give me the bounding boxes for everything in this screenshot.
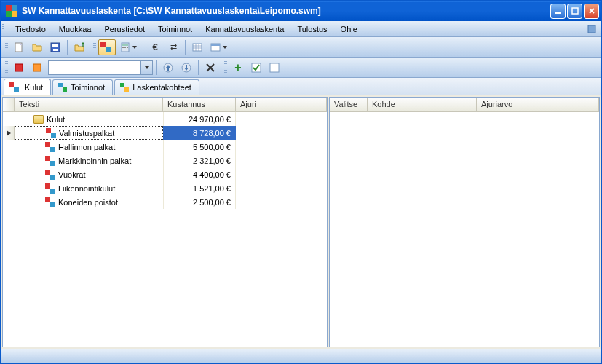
tab-toiminnot-icon <box>58 82 68 92</box>
menu-muokkaa[interactable]: Muokkaa <box>53 23 98 36</box>
tab-kulut-icon <box>9 82 19 92</box>
down-arrow-button[interactable] <box>178 60 195 76</box>
up-arrow-button[interactable] <box>159 60 177 76</box>
svg-rect-21 <box>58 83 63 87</box>
menu-kannattavuuslaskenta[interactable]: Kannattavuuslaskenta <box>199 23 290 36</box>
root-label: Kulut <box>47 115 65 124</box>
col-ajuri[interactable]: Ajuri <box>236 98 327 111</box>
child-label: Valmistuspalkat <box>59 129 114 138</box>
right-grid-body <box>330 112 599 347</box>
root-cost: 24 970,00 € <box>163 112 236 126</box>
col-valitse[interactable]: Valitse <box>330 98 368 111</box>
folder-icon <box>33 115 44 124</box>
svg-rect-22 <box>63 87 67 92</box>
tree-child-row[interactable]: Vuokrat4 400,00 € <box>3 167 327 181</box>
toolbar-main: € ⇄ <box>1 37 601 58</box>
svg-rect-24 <box>124 87 129 92</box>
left-grid-header: Teksti Kustannus Ajuri <box>3 98 327 112</box>
tab-toiminnot-label: Toiminnot <box>71 83 105 92</box>
svg-rect-2 <box>588 25 595 33</box>
svg-rect-0 <box>555 12 561 14</box>
item-icon <box>45 170 55 180</box>
tree-root-row[interactable]: − Kulut 24 970,00 € <box>3 112 327 126</box>
menu-toiminnot[interactable]: Toiminnot <box>152 23 198 36</box>
col-ajuriarvo[interactable]: Ajuriarvo <box>477 98 599 111</box>
svg-rect-10 <box>124 47 126 48</box>
maximize-button[interactable] <box>567 4 582 19</box>
tree-child-row[interactable]: Koneiden poistot2 500,00 € <box>3 195 327 209</box>
statusbar <box>1 349 601 363</box>
euro-icon: € <box>152 41 157 52</box>
euro-button[interactable]: € <box>146 39 164 55</box>
child-cost: 5 500,00 € <box>163 140 236 154</box>
svg-rect-8 <box>122 44 128 46</box>
tree-child-row[interactable]: Valmistuspalkat8 728,00 € <box>3 126 327 140</box>
svg-rect-15 <box>15 64 23 71</box>
svg-rect-1 <box>572 8 578 14</box>
combo-selector[interactable] <box>48 60 153 75</box>
svg-rect-11 <box>127 47 128 48</box>
child-cost: 8 728,00 € <box>163 126 236 140</box>
cost-icon <box>100 42 111 52</box>
svg-rect-23 <box>120 83 124 87</box>
child-cost: 2 500,00 € <box>163 195 236 209</box>
window-title: SW Kannattavuuslaskenta [C:\SW Kannattav… <box>22 6 550 16</box>
minimize-button[interactable] <box>550 4 566 19</box>
split-button[interactable]: ⇄ <box>165 39 182 55</box>
left-panel: Teksti Kustannus Ajuri − Kulut 24 970,00… <box>2 97 328 347</box>
collapse-icon[interactable]: − <box>25 116 31 122</box>
open-button[interactable] <box>28 39 46 55</box>
right-panel: Valitse Kohde Ajuriarvo <box>329 97 600 347</box>
grid-button[interactable] <box>189 39 206 55</box>
item-icon <box>45 142 55 152</box>
check-button[interactable] <box>247 60 265 76</box>
svg-rect-16 <box>33 64 41 71</box>
cost-type-button[interactable] <box>98 39 116 55</box>
tab-toiminnot[interactable]: Toiminnot <box>52 79 113 95</box>
uncheck-button[interactable] <box>266 60 283 76</box>
red-box-button[interactable] <box>10 60 28 76</box>
right-grid-header: Valitse Kohde Ajuriarvo <box>330 98 599 112</box>
tab-laskentakohteet[interactable]: Laskentakohteet <box>114 79 199 95</box>
orange-box-button[interactable] <box>28 60 46 76</box>
svg-rect-6 <box>53 49 58 51</box>
col-teksti[interactable]: Teksti <box>15 98 163 111</box>
left-grid-body: − Kulut 24 970,00 € Valmistuspalkat8 728… <box>3 112 327 347</box>
item-icon <box>45 156 55 166</box>
folder-up-button[interactable] <box>71 39 88 55</box>
tree-child-row[interactable]: Markkinoinnin palkat2 321,00 € <box>3 154 327 167</box>
tree-child-row[interactable]: Hallinnon palkat5 500,00 € <box>3 140 327 154</box>
tabs: Kulut Toiminnot Laskentakohteet <box>1 78 601 95</box>
tab-laskentakohteet-label: Laskentakohteet <box>132 83 191 92</box>
svg-rect-20 <box>270 63 279 72</box>
child-label: Vuokrat <box>58 170 86 179</box>
child-cost: 4 400,00 € <box>163 167 236 181</box>
split-icon: ⇄ <box>170 42 177 52</box>
delete-button[interactable] <box>202 60 219 76</box>
app-window: SW Kannattavuuslaskenta [C:\SW Kannattav… <box>0 0 602 364</box>
menu-tiedosto[interactable]: Tiedosto <box>9 23 52 36</box>
svg-rect-5 <box>52 44 58 47</box>
tab-kulut[interactable]: Kulut <box>4 79 51 95</box>
plus-icon: + <box>234 61 241 74</box>
combo-dropdown-icon <box>140 61 152 74</box>
app-icon <box>6 5 17 17</box>
child-cost: 2 321,00 € <box>163 154 236 167</box>
svg-rect-9 <box>122 47 124 48</box>
save-button[interactable] <box>47 39 64 55</box>
close-button[interactable] <box>584 4 599 19</box>
child-label: Markkinoinnin palkat <box>58 157 131 165</box>
menu-tulostus[interactable]: Tulostus <box>291 23 333 36</box>
add-button[interactable]: + <box>229 60 247 76</box>
item-icon <box>45 183 55 194</box>
child-cost: 1 521,00 € <box>163 181 236 195</box>
col-kustannus[interactable]: Kustannus <box>163 98 236 111</box>
col-kohde[interactable]: Kohde <box>368 98 477 111</box>
tree-child-row[interactable]: Liikennöintikulut1 521,00 € <box>3 181 327 195</box>
content-area: Teksti Kustannus Ajuri − Kulut 24 970,00… <box>1 95 601 349</box>
window-button[interactable] <box>207 39 230 55</box>
menu-perustiedot[interactable]: Perustiedot <box>98 23 151 36</box>
calculator-button[interactable] <box>116 39 140 55</box>
new-button[interactable] <box>10 39 28 55</box>
menu-ohje[interactable]: Ohje <box>335 23 363 36</box>
